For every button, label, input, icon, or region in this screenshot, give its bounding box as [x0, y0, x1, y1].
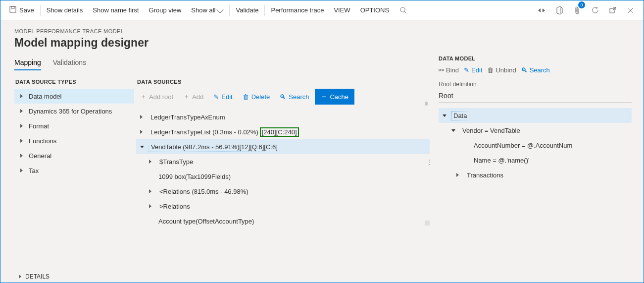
- refresh-icon: [592, 6, 599, 14]
- cache-label: Cache: [330, 93, 348, 101]
- plus-icon: ＋: [321, 92, 327, 101]
- root-def-label: Root definition: [439, 81, 632, 88]
- ds-row-trans-type[interactable]: $TransType: [136, 154, 430, 169]
- ds-row-1099-box[interactable]: 1099 box(Tax1099Fields): [136, 169, 430, 184]
- dst-item-format[interactable]: Format: [14, 118, 134, 133]
- dst-item-label: Tax: [29, 167, 39, 174]
- ds-row-relations-out[interactable]: >Relations: [136, 199, 430, 214]
- chevron-right-icon: [20, 94, 23, 98]
- dm-row-account-number[interactable]: AccountNumber = @.AccountNum: [439, 138, 632, 153]
- tab-validations[interactable]: Validations: [53, 56, 86, 70]
- chevron-right-icon: [20, 139, 23, 143]
- plus-icon: ＋: [183, 92, 190, 101]
- attachments-button[interactable]: 0: [568, 0, 586, 20]
- show-all-label: Show all: [191, 6, 215, 14]
- performance-trace-button[interactable]: Performance trace: [266, 0, 329, 20]
- scrollbar-thumb[interactable]: [425, 102, 428, 106]
- splitter-handle[interactable]: ⋮: [426, 158, 433, 166]
- attachments-badge: 0: [578, 1, 585, 8]
- connector-icon-button[interactable]: [533, 0, 550, 20]
- dm-edit-button[interactable]: ✎Edit: [464, 66, 482, 74]
- ds-row-label: Account type(OffsetAccountType): [156, 217, 256, 226]
- trash-icon: 🗑: [487, 66, 494, 74]
- ds-row-account-type[interactable]: Account type(OffsetAccountType): [136, 214, 430, 228]
- cache-button[interactable]: ＋Cache: [315, 89, 354, 105]
- dst-item-tax[interactable]: Tax: [14, 163, 134, 178]
- root-def-value[interactable]: Root: [439, 90, 632, 103]
- scrollbar-corner: [425, 221, 430, 226]
- popout-button[interactable]: [604, 0, 622, 20]
- chevron-down-icon: [140, 146, 144, 148]
- dst-item-data-model[interactable]: Data model: [14, 89, 134, 104]
- toolbar-divider: [264, 5, 265, 16]
- svg-line-3: [404, 11, 406, 13]
- unbind-label: Unbind: [495, 66, 516, 74]
- toolbar-divider: [40, 5, 41, 16]
- unbind-button[interactable]: 🗑Unbind: [487, 66, 516, 74]
- link-icon: ⚯: [439, 66, 444, 74]
- chevron-right-icon: [140, 115, 143, 119]
- edit-label: Edit: [221, 93, 232, 101]
- add-root-button: ＋Add root: [136, 89, 177, 104]
- show-name-first-button[interactable]: Show name first: [88, 0, 144, 20]
- save-label: Save: [19, 6, 34, 14]
- dm-edit-label: Edit: [471, 66, 482, 74]
- details-section[interactable]: DETAILS: [19, 273, 50, 280]
- toolbar-right: 0: [533, 0, 640, 20]
- validate-button[interactable]: Validate: [231, 0, 263, 20]
- chevron-down-icon: [443, 114, 446, 117]
- refresh-button[interactable]: [586, 0, 604, 20]
- options-button[interactable]: OPTIONS: [355, 0, 395, 20]
- dm-row-data[interactable]: Data: [439, 108, 632, 123]
- search-button[interactable]: [394, 0, 412, 20]
- trash-icon: 🗑: [243, 93, 249, 101]
- edit-button[interactable]: ✎Edit: [209, 90, 236, 104]
- dm-row-vendor[interactable]: Vendor = VendTable: [439, 123, 632, 138]
- close-button[interactable]: [622, 0, 640, 20]
- search-icon: 🔍︎: [521, 66, 528, 74]
- dst-item-general[interactable]: General: [14, 148, 134, 163]
- ds-search-button[interactable]: 🔍︎Search: [276, 90, 313, 104]
- search-icon: 🔍︎: [280, 93, 286, 101]
- dm-tree: Data Vendor = VendTable AccountNumber = …: [439, 108, 632, 182]
- dm-row-name[interactable]: Name = @.'name()': [439, 153, 632, 168]
- chevron-right-icon: [20, 169, 23, 172]
- app-toolbar: Save Show details Show name first Group …: [0, 0, 644, 20]
- dm-row-label: AccountNumber = @.AccountNum: [472, 141, 574, 150]
- dm-search-button[interactable]: 🔍︎Search: [521, 66, 550, 74]
- dm-toolbar: ⚯Bind ✎Edit 🗑Unbind 🔍︎Search: [439, 66, 632, 74]
- svg-rect-0: [10, 6, 16, 12]
- ds-row-ledger-trans-type-list[interactable]: LedgerTransTypeList (0.3ms - 0.02%)[240]…: [136, 124, 430, 139]
- ds-row-vend-table[interactable]: VendTable (987.2ms - 56.91%)[12][Q:6][C:…: [136, 139, 430, 154]
- popout-icon: [609, 7, 616, 14]
- chevron-down-icon: [217, 6, 224, 13]
- mapping-columns: DATA SOURCE TYPES Data model Dynamics 36…: [14, 74, 430, 274]
- ds-toolbar: ＋Add root ＋Add ✎Edit 🗑Delete 🔍︎Search ＋C…: [136, 89, 430, 105]
- ds-row-ledger-trans-type-enum[interactable]: LedgerTransTypeAxEnum: [136, 110, 430, 124]
- dst-item-label: Format: [29, 122, 49, 130]
- show-all-dropdown[interactable]: Show all: [186, 0, 228, 20]
- save-button[interactable]: Save: [4, 0, 39, 20]
- chevron-right-icon: [20, 109, 23, 113]
- office-icon-button[interactable]: [550, 0, 568, 20]
- svg-rect-1: [11, 6, 14, 8]
- ds-row-label: >Relations: [157, 202, 192, 211]
- ds-row-label: 1099 box(Tax1099Fields): [156, 172, 233, 181]
- dst-item-functions[interactable]: Functions: [14, 133, 134, 148]
- group-view-button[interactable]: Group view: [144, 0, 187, 20]
- chevron-right-icon: [456, 173, 459, 177]
- dm-row-transactions[interactable]: Transactions: [439, 168, 632, 182]
- bind-label: Bind: [446, 66, 459, 74]
- data-source-types-panel: DATA SOURCE TYPES Data model Dynamics 36…: [14, 74, 134, 274]
- delete-button[interactable]: 🗑Delete: [239, 90, 274, 104]
- ds-row-relations-in[interactable]: <Relations (815.0ms - 46.98%): [136, 184, 430, 199]
- close-icon: [628, 7, 634, 13]
- bind-button[interactable]: ⚯Bind: [439, 66, 459, 74]
- tab-mapping[interactable]: Mapping: [14, 56, 41, 70]
- dst-item-label: Data model: [29, 93, 61, 100]
- chevron-right-icon: [149, 189, 151, 193]
- data-sources-panel: DATA SOURCES ＋Add root ＋Add ✎Edit 🗑Delet…: [134, 74, 430, 274]
- show-details-button[interactable]: Show details: [42, 0, 88, 20]
- dst-item-d365fo[interactable]: Dynamics 365 for Operations: [14, 104, 134, 118]
- view-button[interactable]: VIEW: [329, 0, 355, 20]
